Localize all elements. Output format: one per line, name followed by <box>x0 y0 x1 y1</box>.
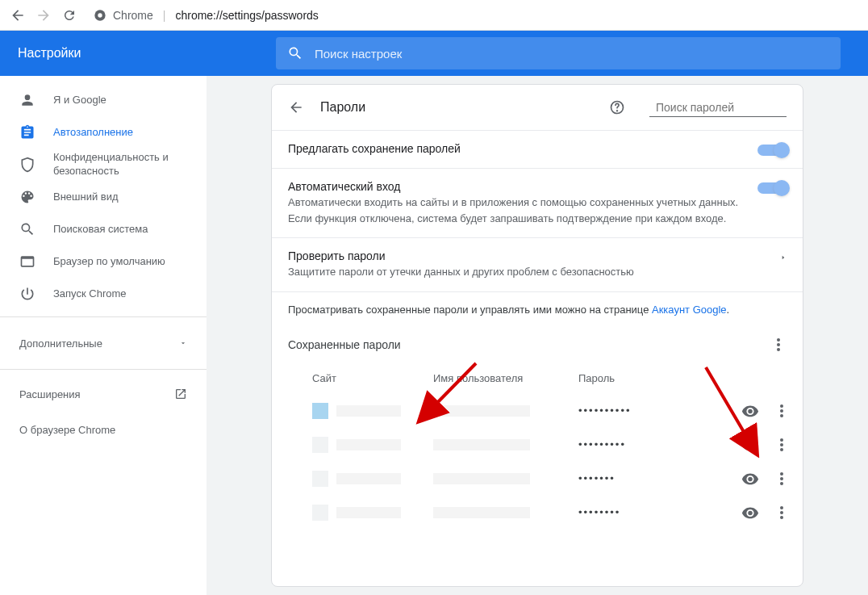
password-search[interactable] <box>649 98 787 117</box>
manage-info-row: Просматривать сохраненные пароли и управ… <box>272 291 803 327</box>
global-search[interactable] <box>276 37 841 69</box>
sidebar: Я и Google Автозаполнение Конфиденциальн… <box>0 76 207 595</box>
open-external-icon <box>174 388 187 400</box>
password-row[interactable]: •••••••••• <box>272 394 803 428</box>
browser-icon <box>19 254 35 270</box>
sidebar-item-label: Я и Google <box>53 94 106 107</box>
more-vert-icon <box>780 404 783 417</box>
sidebar-item-you-and-google[interactable]: Я и Google <box>0 84 207 116</box>
sidebar-item-search-engine[interactable]: Поисковая система <box>0 213 207 245</box>
divider <box>0 369 207 370</box>
sidebar-item-autofill[interactable]: Автозаполнение <box>0 116 207 149</box>
show-password-button[interactable] <box>741 402 759 420</box>
favicon <box>312 403 328 419</box>
offer-save-toggle[interactable] <box>757 145 787 156</box>
offer-save-row: Предлагать сохранение паролей <box>272 130 803 168</box>
password-mask: •••••••• <box>578 506 691 518</box>
sidebar-extensions-label: Расширения <box>19 388 81 400</box>
row-more-button[interactable] <box>780 438 783 451</box>
sidebar-item-privacy[interactable]: Конфиденциальность и безопасность <box>0 149 207 181</box>
show-password-button[interactable] <box>741 436 759 454</box>
sidebar-item-appearance[interactable]: Внешний вид <box>0 181 207 213</box>
sidebar-advanced[interactable]: Дополнительные <box>0 324 207 362</box>
col-pass: Пароль <box>578 372 691 384</box>
sidebar-item-label: Запуск Chrome <box>53 287 127 301</box>
svg-point-3 <box>617 111 618 111</box>
chrome-icon <box>94 9 106 22</box>
palette-icon <box>19 189 35 205</box>
svg-point-15 <box>780 482 783 485</box>
svg-point-9 <box>780 414 783 417</box>
check-passwords-desc: Защитите пароли от утечки данных и други… <box>288 264 767 280</box>
forward-button[interactable] <box>32 4 55 27</box>
row-more-button[interactable] <box>780 472 783 485</box>
google-account-link[interactable]: Аккаунт Google <box>652 304 727 316</box>
sidebar-about-chrome[interactable]: О браузере Chrome <box>0 412 207 447</box>
sidebar-about-label: О браузере Chrome <box>19 424 115 436</box>
eye-icon <box>741 504 759 522</box>
show-password-button[interactable] <box>741 470 759 488</box>
check-passwords-row[interactable]: Проверить пароли Защитите пароли от утеч… <box>272 237 803 291</box>
manage-info-prefix: Просматривать сохраненные пароли и управ… <box>288 304 652 316</box>
address-label: Chrome <box>113 9 153 22</box>
auto-signin-desc: Автоматически входить на сайты и в прило… <box>288 195 745 226</box>
search-icon <box>19 221 35 237</box>
site-name-redacted <box>336 507 401 518</box>
reload-button[interactable] <box>58 4 81 27</box>
svg-point-8 <box>780 409 783 413</box>
help-icon[interactable] <box>609 99 625 115</box>
settings-title: Настройки <box>18 46 276 61</box>
row-more-button[interactable] <box>780 506 783 519</box>
svg-point-6 <box>777 348 780 351</box>
auto-signin-toggle[interactable] <box>757 182 787 194</box>
eye-icon <box>741 402 759 420</box>
sidebar-item-on-startup[interactable]: Запуск Chrome <box>0 278 207 310</box>
sidebar-extensions[interactable]: Расширения <box>0 376 207 412</box>
svg-point-12 <box>780 448 783 451</box>
address-bar[interactable]: Chrome | chrome://settings/passwords <box>94 9 862 22</box>
sidebar-item-label: Автозаполнение <box>53 126 133 140</box>
password-row[interactable]: ••••••• <box>272 462 803 496</box>
password-row[interactable]: •••••••• <box>272 496 803 530</box>
table-header: Сайт Имя пользователя Пароль <box>272 362 803 394</box>
auto-signin-row: Автоматический вход Автоматически входит… <box>272 168 803 237</box>
saved-passwords-header: Сохраненные пароли <box>272 327 803 362</box>
favicon <box>312 471 328 487</box>
show-password-button[interactable] <box>741 504 759 522</box>
username-redacted <box>433 473 530 484</box>
auto-signin-title: Автоматический вход <box>288 180 745 193</box>
clipboard-icon <box>19 124 35 140</box>
row-more-button[interactable] <box>780 404 783 417</box>
global-search-input[interactable] <box>315 47 829 61</box>
password-search-input[interactable] <box>656 101 797 114</box>
svg-point-5 <box>777 343 780 346</box>
sidebar-item-label: Внешний вид <box>53 191 119 204</box>
offer-save-title: Предлагать сохранение паролей <box>288 142 745 155</box>
sidebar-item-default-browser[interactable]: Браузер по умолчанию <box>0 245 207 278</box>
svg-point-16 <box>780 506 783 509</box>
saved-passwords-more[interactable] <box>770 337 787 353</box>
settings-header: Настройки <box>0 31 868 76</box>
browser-toolbar: Chrome | chrome://settings/passwords <box>0 0 868 31</box>
power-icon <box>19 286 35 302</box>
password-row[interactable]: ••••••••• <box>272 428 803 462</box>
col-site: Сайт <box>288 372 433 384</box>
shield-icon <box>19 157 35 173</box>
back-arrow-icon[interactable] <box>288 99 304 115</box>
passwords-card: Пароли Предлагать сохранение паролей Авт… <box>271 84 803 587</box>
manage-info-suffix: . <box>727 304 730 316</box>
site-name-redacted <box>336 439 401 450</box>
eye-icon <box>741 470 759 488</box>
svg-point-17 <box>780 511 783 514</box>
more-vert-icon <box>780 472 783 485</box>
password-mask: ••••••• <box>578 472 691 484</box>
svg-point-7 <box>780 404 783 408</box>
back-button[interactable] <box>6 4 29 27</box>
svg-point-11 <box>780 443 783 446</box>
username-redacted <box>433 405 530 417</box>
sidebar-advanced-label: Дополнительные <box>19 337 102 350</box>
sidebar-item-label: Конфиденциальность и безопасность <box>53 151 187 178</box>
username-redacted <box>433 439 530 450</box>
person-icon <box>19 92 35 108</box>
check-passwords-title: Проверить пароли <box>288 249 767 262</box>
